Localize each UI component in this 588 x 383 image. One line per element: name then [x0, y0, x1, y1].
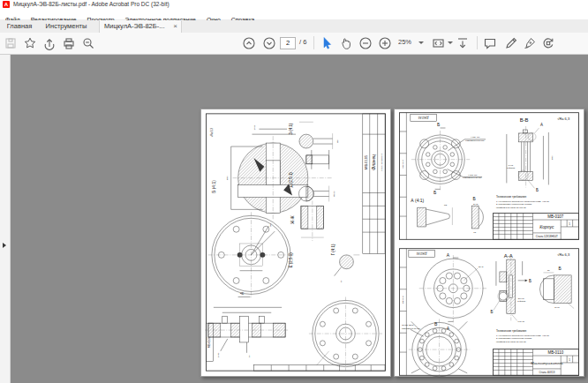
tab-home[interactable]: Главная: [0, 20, 39, 33]
view-flange-section: А 2×45° 30: [205, 292, 289, 357]
roughness-mark: √Ra 6,3: [557, 116, 570, 121]
tab-close-icon[interactable]: ×: [173, 20, 177, 33]
sign-button[interactable]: [523, 36, 537, 50]
svg-text:МВ-0107: МВ-0107: [402, 159, 404, 168]
view-b-detail: Б 2×45° 15°: [471, 197, 483, 234]
drawing-corpus: МВ-0107 ДЭ02-84 В-В √Ra 6,3 Б: [395, 109, 584, 243]
svg-text:МВ-0107: МВ-0107: [547, 214, 564, 219]
svg-text:2 фаски: 2 фаски: [517, 300, 525, 303]
svg-text:МВ-0105: МВ-0105: [207, 337, 211, 348]
section-label: А-А: [504, 253, 513, 259]
pdf-page-left: √Ra 6,3: [200, 109, 391, 377]
svg-text:З (4:1): З (4:1): [289, 123, 293, 135]
page-total-label: / 6: [299, 38, 306, 46]
zoom-in-button[interactable]: [378, 36, 392, 50]
drawing-flange: √Ra 6,3: [201, 109, 390, 376]
zoom-level-select[interactable]: 25%: [398, 38, 411, 46]
drawing-maslo: МВ-0110 ДЭ02-84 А-А √Ra 6,3 А: [395, 245, 584, 379]
svg-text:Б: Б: [473, 197, 476, 201]
svg-text:Ж-Ж: Ж-Ж: [290, 215, 295, 225]
svg-text:2×45°: 2×45°: [473, 203, 479, 206]
technical-notes: Технические требования 1. Неуказанные пр…: [496, 329, 550, 342]
svg-text:А: А: [447, 253, 450, 258]
hand-tool-button[interactable]: [339, 36, 353, 50]
star-button[interactable]: [23, 36, 37, 50]
svg-text:1: 1: [569, 222, 570, 226]
title-bar: A МицкулА-ЭВ-82Б-листы.pdf - Adobe Acrob…: [0, 0, 588, 10]
svg-text:2×45°: 2×45°: [217, 352, 220, 357]
toolbar-separator: [477, 36, 478, 49]
view-zh: Ж-Ж: [290, 200, 324, 241]
fit-width-button[interactable]: [432, 36, 446, 50]
acrobat-window: A МицкулА-ЭВ-82Б-листы.pdf - Adobe Acrob…: [0, 0, 588, 383]
svg-text:Б: Б: [491, 310, 494, 314]
svg-text:Б: Б: [536, 188, 539, 192]
zoom-out-button[interactable]: [358, 36, 373, 50]
view-housing-face: Б Б 4 отв. М6 равномерно по окр. 4 отв. …: [411, 123, 486, 195]
tab-document[interactable]: МицкулА-ЭВ-82Б-... ×: [99, 20, 182, 33]
svg-text:шрифтом 3 по ГОСТ 26.008-85.: шрифтом 3 по ГОСТ 26.008-85.: [496, 341, 527, 343]
share-button[interactable]: [42, 36, 57, 50]
save-button[interactable]: [4, 36, 18, 50]
svg-text:Ø45: Ø45: [226, 176, 229, 180]
previous-page-button[interactable]: [242, 36, 256, 50]
next-page-button[interactable]: [262, 36, 276, 50]
send-review-button[interactable]: [541, 36, 555, 50]
svg-text:√Ra 6,3: √Ra 6,3: [210, 128, 214, 138]
svg-text:равномерно по окр.: равномерно по окр.: [465, 139, 485, 142]
view-z41: З (4:1) Ø6: [289, 122, 339, 149]
tab-tools[interactable]: Инструменты: [39, 20, 94, 33]
fit-caret-icon[interactable]: [448, 41, 453, 44]
svg-text:Сталь 40Х13: Сталь 40Х13: [539, 371, 554, 374]
svg-text:А: А: [240, 292, 245, 295]
svg-text:ДЭ02-84: ДЭ02-84: [417, 252, 427, 255]
fit-page-button[interactable]: [456, 36, 470, 50]
expand-pane-icon[interactable]: [3, 243, 6, 248]
roughness-mark: √Ra 6,3: [557, 252, 570, 257]
svg-text:Корпус: Корпус: [539, 225, 554, 229]
page-number-input[interactable]: 2: [280, 37, 296, 49]
svg-text:Фланец: Фланец: [372, 154, 376, 170]
view-disc-face: А А Ø4,2 В: [419, 253, 486, 331]
toolbar-separator: [313, 36, 314, 49]
comment-button[interactable]: [483, 36, 497, 50]
svg-text:Б: Б: [433, 191, 436, 195]
svg-text:R2: R2: [444, 204, 448, 207]
title-block: МВ-0107 Корпус 1 Сталь 12Х18Н10Т: [493, 214, 578, 240]
select-tool-button[interactable]: [320, 36, 334, 50]
svg-text:А (4:1): А (4:1): [411, 199, 424, 203]
svg-text:МВ-0110: МВ-0110: [547, 350, 563, 355]
view-bearing-ring: 12 отв. Ø3,2 равномерно по окр.: [402, 319, 470, 376]
view-a41-detail: А (4:1) R2: [411, 199, 452, 227]
print-button[interactable]: [62, 36, 76, 50]
document-canvas[interactable]: √Ra 6,3: [0, 55, 588, 383]
title-block: МВ-0110 Маслоотражатель 1 Сталь 40Х13: [493, 349, 578, 376]
svg-text:2×45°: 2×45°: [253, 124, 256, 130]
menu-bar: ФайлРедактированиеПросмотрЭлектронное по…: [0, 10, 588, 20]
search-button[interactable]: [81, 36, 95, 50]
fill-sign-button[interactable]: [504, 36, 518, 50]
svg-text:В: В: [434, 322, 438, 327]
view-bb-section: А Б 1×45° 2 фаски Ø45: [507, 123, 554, 192]
left-stamp-column: МВ-0110: [399, 267, 406, 352]
corner-stamp: ДЭ02-84: [409, 251, 435, 258]
svg-text:30: 30: [547, 269, 550, 272]
svg-text:Сталь 12Х18Н10Т: Сталь 12Х18Н10Т: [536, 235, 558, 238]
technical-notes: Технические требования 1. Неуказанные пр…: [496, 195, 550, 208]
svg-text:2×45°: 2×45°: [554, 306, 560, 309]
svg-text:Маслоотражатель: Маслоотражатель: [531, 361, 562, 365]
svg-text:А: А: [540, 123, 543, 127]
view-aa-section: Б Б 20×45° 2 фаски 0,5×45°: [491, 254, 532, 323]
view-b-detail: Б 30 2×45°: [539, 267, 574, 309]
zoom-caret-icon[interactable]: [418, 41, 424, 44]
navigation-pane-collapsed[interactable]: [0, 55, 11, 383]
svg-text:0,5×45°: 0,5×45°: [518, 320, 525, 323]
svg-text:Технические требования: Технические требования: [496, 329, 527, 333]
pdf-page-right: МВ-0107 ДЭ02-84 В-В √Ra 6,3 Б: [394, 109, 584, 377]
svg-text:МВ-0105: МВ-0105: [364, 154, 368, 169]
svg-text:2 фаски: 2 фаски: [507, 167, 515, 169]
svg-text:равномерно по окр.: равномерно по окр.: [402, 327, 421, 330]
svg-text:Б: Б: [529, 279, 531, 283]
title-block: МВ-0105 Фланец Сталь 12Х18Н10Т: [363, 114, 385, 254]
svg-text:равномерно по окр.: равномерно по окр.: [463, 176, 482, 179]
